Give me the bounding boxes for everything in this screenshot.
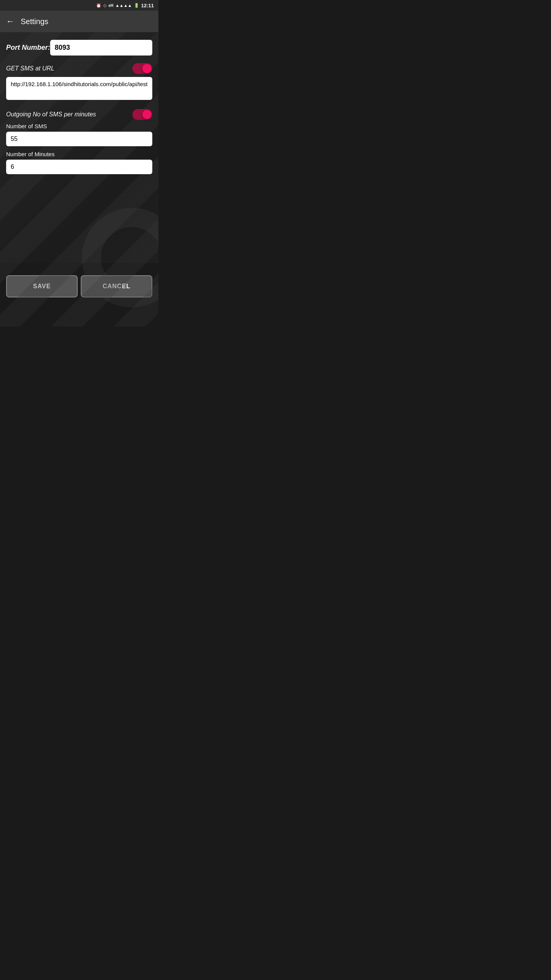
outgoing-sms-toggle[interactable] <box>132 109 152 120</box>
number-of-minutes-label: Number of Minutes <box>6 151 152 157</box>
get-sms-url-toggle[interactable] <box>132 63 152 74</box>
status-time: 12:11 <box>141 3 154 8</box>
outgoing-sms-toggle-thumb <box>142 110 152 119</box>
get-sms-url-label: GET SMS at URL <box>6 65 54 72</box>
app-bar-title: Settings <box>21 17 48 26</box>
settings-content: Port Number: GET SMS at URL http://192.1… <box>0 32 158 186</box>
bottom-spacer <box>0 304 158 327</box>
carrier-icon: eH <box>108 3 113 8</box>
number-of-minutes-input[interactable] <box>6 160 152 174</box>
main-content: Port Number: GET SMS at URL http://192.1… <box>0 32 158 327</box>
page-wrapper: ⏰ ◇ eH ▲▲▲▲ 🔋 12:11 ← Settings Port Numb… <box>0 0 158 327</box>
alarm-icon: ⏰ <box>96 3 101 8</box>
buttons-row: SAVE CANCEL <box>6 275 152 297</box>
number-of-sms-label: Number of SMS <box>6 123 152 129</box>
app-bar: ← Settings <box>0 11 158 32</box>
port-number-input[interactable] <box>50 40 152 56</box>
url-input[interactable]: http://192.168.1.106/sindhitutorials.com… <box>6 77 152 100</box>
bottom-section: SAVE CANCEL <box>0 263 158 304</box>
back-button[interactable]: ← <box>6 17 15 26</box>
outgoing-sms-label: Outgoing No of SMS per minutes <box>6 111 96 118</box>
save-button[interactable]: SAVE <box>6 275 78 297</box>
outgoing-sms-row: Outgoing No of SMS per minutes <box>6 109 152 120</box>
battery-icon: 🔋 <box>134 3 139 8</box>
status-bar: ⏰ ◇ eH ▲▲▲▲ 🔋 12:11 <box>0 0 158 11</box>
get-sms-url-toggle-thumb <box>142 64 152 73</box>
signal-icon: ▲▲▲▲ <box>115 3 132 8</box>
number-of-sms-input[interactable] <box>6 132 152 146</box>
content-spacer <box>0 186 158 263</box>
wifi-icon: ◇ <box>103 3 106 8</box>
status-icons: ⏰ ◇ eH ▲▲▲▲ 🔋 12:11 <box>96 3 154 8</box>
port-number-label: Port Number: <box>6 44 50 52</box>
port-number-row: Port Number: <box>6 40 152 56</box>
get-sms-url-row: GET SMS at URL <box>6 63 152 74</box>
cancel-button[interactable]: CANCEL <box>81 275 152 297</box>
